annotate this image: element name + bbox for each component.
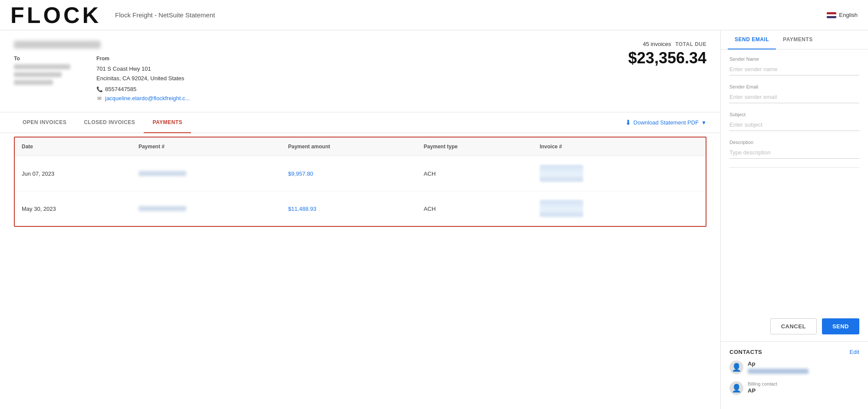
contact-sub-label-2: Billing contact	[748, 381, 859, 386]
payments-table: Date Payment # Payment amount Payment ty…	[15, 137, 706, 226]
right-panel-tabs: SEND EMAIL PAYMENTS	[721, 30, 868, 49]
contact-info-2: Billing contact AP	[748, 381, 859, 394]
invoice-blurred-1	[540, 165, 583, 182]
email-link[interactable]: jacqueline.elardo@flockfreight.c...	[105, 95, 190, 101]
top-bar: FLOCK Flock Freight - NetSuite Statement…	[0, 0, 868, 30]
phone-number: 8557447585	[105, 86, 136, 92]
right-panel: SEND EMAIL PAYMENTS Sender Name Sender E…	[720, 30, 868, 409]
sender-email-input[interactable]	[729, 91, 859, 103]
right-tab-payments[interactable]: PAYMENTS	[776, 30, 820, 49]
cell-invoice-1	[533, 156, 672, 191]
main-layout: To From 701 S Coast Hwy 101 Encinitas, C…	[0, 30, 868, 409]
payment-num-blurred-1	[139, 171, 186, 176]
language-selector[interactable]: English	[827, 12, 858, 18]
form-divider	[729, 167, 859, 168]
contact-info-1: Ap	[748, 360, 859, 374]
sender-email-label: Sender Email	[729, 84, 859, 89]
contact-name-1: Ap	[748, 360, 859, 367]
contact-name-2: AP	[748, 387, 859, 394]
from-address: From 701 S Coast Hwy 101 Encinitas, CA 9…	[96, 56, 190, 101]
contact-email-blurred-1	[748, 369, 809, 374]
invoice-count: 45 invoices	[643, 41, 671, 47]
table-header-row: Date Payment # Payment amount Payment ty…	[15, 137, 706, 156]
contacts-section: CONTACTS Edit 👤 Ap 👤 Billing contact AP	[721, 341, 868, 409]
description-input[interactable]	[729, 147, 859, 159]
email-row: ✉ jacqueline.elardo@flockfreight.c...	[96, 95, 190, 101]
avatar-2: 👤	[729, 381, 743, 395]
col-payment-num: Payment #	[132, 137, 281, 156]
cell-payment-num-2	[132, 191, 281, 226]
phone-row: 📞 8557447585	[96, 86, 190, 92]
col-date: Date	[15, 137, 132, 156]
tab-payments[interactable]: PAYMENTS	[144, 112, 191, 133]
table-row: Jun 07, 2023 $9,957.80 ACH	[15, 156, 706, 191]
content-area: To From 701 S Coast Hwy 101 Encinitas, C…	[0, 30, 720, 409]
col-actions	[672, 137, 706, 156]
col-invoice-num: Invoice #	[533, 137, 672, 156]
download-button[interactable]: ⬇ Download Statement PDF ▼	[625, 118, 706, 127]
tab-closed-invoices[interactable]: CLOSED INVOICES	[75, 112, 144, 133]
sender-name-group: Sender Name	[729, 56, 859, 75]
table-container: Date Payment # Payment amount Payment ty…	[0, 137, 720, 241]
address-line1: 701 S Coast Hwy 101	[96, 64, 190, 74]
tab-open-invoices[interactable]: OPEN INVOICES	[14, 112, 75, 133]
app-title: Flock Freight - NetSuite Statement	[115, 11, 827, 19]
contact-item-1: 👤 Ap	[729, 360, 859, 374]
chevron-down-icon: ▼	[701, 120, 706, 126]
to-line3-blurred	[14, 80, 53, 85]
customer-name-blurred	[14, 41, 101, 49]
avatar-1: 👤	[729, 360, 743, 374]
cancel-button[interactable]: CANCEL	[770, 318, 817, 334]
amount-link-2[interactable]: $11,488.93	[288, 206, 317, 212]
subject-input[interactable]	[729, 119, 859, 131]
logo: FLOCK	[10, 4, 101, 26]
to-line2-blurred	[14, 72, 62, 77]
amount-link-1[interactable]: $9,957.80	[288, 170, 314, 177]
right-tab-send-email[interactable]: SEND EMAIL	[728, 30, 776, 49]
cell-date-2: May 30, 2023	[15, 191, 132, 226]
to-line1-blurred	[14, 64, 70, 69]
cell-date-1: Jun 07, 2023	[15, 156, 132, 191]
cell-invoice-2	[533, 191, 672, 226]
cell-amount-2: $11,488.93	[281, 191, 417, 226]
cell-type-1: ACH	[417, 156, 533, 191]
to-address: To	[14, 56, 70, 101]
right-panel-form: Sender Name Sender Email Subject Descrip…	[721, 49, 868, 318]
cell-extra-2	[672, 191, 706, 226]
statement-header: To From 701 S Coast Hwy 101 Encinitas, C…	[0, 30, 720, 112]
from-label: From	[96, 56, 190, 62]
address-section: To From 701 S Coast Hwy 101 Encinitas, C…	[14, 56, 628, 101]
invoice-tabs: OPEN INVOICES CLOSED INVOICES PAYMENTS	[14, 112, 191, 133]
send-button[interactable]: SEND	[822, 318, 859, 334]
sender-email-group: Sender Email	[729, 84, 859, 103]
tabs-area: OPEN INVOICES CLOSED INVOICES PAYMENTS ⬇…	[0, 112, 720, 133]
phone-icon: 📞	[96, 86, 102, 92]
contacts-edit-link[interactable]: Edit	[850, 349, 859, 355]
cell-payment-num-1	[132, 156, 281, 191]
download-icon: ⬇	[625, 118, 631, 127]
subject-label: Subject	[729, 112, 859, 117]
description-label: Description	[729, 140, 859, 145]
contacts-title: CONTACTS	[729, 349, 762, 355]
subject-group: Subject	[729, 112, 859, 131]
right-panel-actions: CANCEL SEND	[721, 318, 868, 341]
col-payment-type: Payment type	[417, 137, 533, 156]
header-left: To From 701 S Coast Hwy 101 Encinitas, C…	[14, 41, 628, 101]
header-right: 45 invoices TOTAL DUE $23,356.34	[628, 41, 706, 67]
col-payment-amount: Payment amount	[281, 137, 417, 156]
payments-table-wrapper: Date Payment # Payment amount Payment ty…	[14, 137, 706, 227]
sender-name-input[interactable]	[729, 63, 859, 75]
flag-icon	[827, 12, 836, 18]
download-label: Download Statement PDF	[634, 119, 699, 126]
cell-extra-1	[672, 156, 706, 191]
language-label: English	[839, 12, 858, 18]
payment-num-blurred-2	[139, 206, 186, 211]
invoice-count-row: 45 invoices TOTAL DUE	[628, 41, 706, 47]
cell-type-2: ACH	[417, 191, 533, 226]
contacts-header: CONTACTS Edit	[729, 349, 859, 355]
invoice-blurred-2	[540, 200, 583, 217]
description-group: Description	[729, 140, 859, 159]
table-row: May 30, 2023 $11,488.93 ACH	[15, 191, 706, 226]
address-line2: Encinitas, CA 92024, United States	[96, 74, 190, 83]
sender-name-label: Sender Name	[729, 56, 859, 62]
